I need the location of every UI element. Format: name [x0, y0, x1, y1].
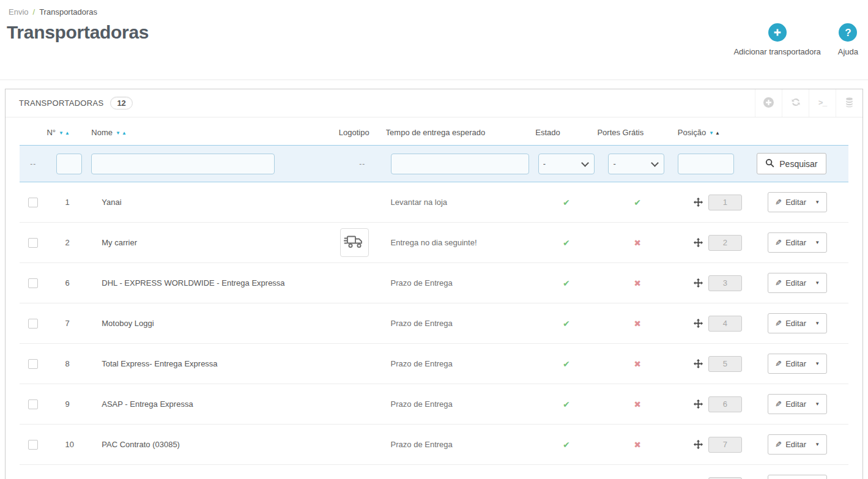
- column-header-position[interactable]: Posição▼▲: [678, 117, 757, 146]
- edit-button[interactable]: ✎ Editar ▼: [768, 273, 827, 293]
- row-checkbox[interactable]: [28, 359, 38, 369]
- position-input: [708, 437, 742, 453]
- status-mark[interactable]: ✔: [563, 278, 570, 288]
- header-actions-spacer: [757, 117, 848, 146]
- panel-title: TRANSPORTADORAS: [19, 98, 103, 108]
- table-row: 9 ASAP - Entrega Expressa Prazo de Entre…: [20, 384, 848, 425]
- edit-button[interactable]: ✎ Editar ▼: [768, 475, 827, 479]
- move-icon[interactable]: [694, 198, 703, 207]
- breadcrumb-parent[interactable]: Envio: [9, 7, 29, 17]
- free-shipping-mark[interactable]: ✖: [634, 278, 641, 288]
- panel-toolbar: >_: [755, 89, 862, 117]
- caret-down-icon: ▼: [815, 442, 820, 447]
- help-button[interactable]: ? Ajuda: [838, 23, 858, 56]
- filter-free-shipping-select[interactable]: -: [608, 154, 664, 174]
- move-icon[interactable]: [694, 359, 703, 368]
- pencil-icon: ✎: [775, 198, 782, 207]
- position-cell: [694, 356, 742, 372]
- carrier-name: ASAP - Entrega Expressa: [91, 384, 338, 425]
- sql-query-button[interactable]: >_: [809, 89, 836, 117]
- pencil-icon: ✎: [775, 238, 782, 247]
- sort-arrows-name[interactable]: ▼▲: [116, 130, 128, 136]
- carrier-name: PAC Contrato (03085): [91, 425, 338, 465]
- export-button[interactable]: [836, 89, 862, 117]
- move-icon[interactable]: [694, 278, 703, 288]
- row-checkbox[interactable]: [28, 440, 38, 450]
- free-shipping-mark[interactable]: ✔: [634, 198, 641, 207]
- sort-arrows-id[interactable]: ▼▲: [59, 130, 71, 136]
- carrier-name: Sedex Contrato (03050): [91, 465, 338, 479]
- position-input: [708, 477, 742, 479]
- filter-status-select[interactable]: -: [538, 154, 595, 174]
- column-header-logo: Logotipo: [339, 117, 386, 146]
- free-shipping-mark[interactable]: ✖: [634, 319, 641, 329]
- carrier-delay: Prazo de Entrega: [386, 344, 536, 384]
- status-mark[interactable]: ✔: [563, 440, 570, 450]
- edit-button-label: Editar: [785, 399, 806, 409]
- row-checkbox[interactable]: [28, 319, 38, 329]
- position-input: [708, 275, 742, 291]
- edit-button[interactable]: ✎ Editar ▼: [768, 394, 827, 414]
- carrier-logo: [340, 228, 369, 257]
- free-shipping-mark[interactable]: ✖: [634, 440, 641, 450]
- breadcrumb-separator: /: [29, 7, 40, 17]
- edit-button[interactable]: ✎ Editar ▼: [768, 434, 827, 455]
- edit-button[interactable]: ✎ Editar ▼: [768, 232, 827, 253]
- status-mark[interactable]: ✔: [563, 319, 570, 329]
- free-shipping-mark[interactable]: ✖: [634, 359, 641, 369]
- status-mark[interactable]: ✔: [563, 238, 570, 248]
- move-icon[interactable]: [694, 399, 703, 409]
- position-input: [708, 316, 742, 332]
- edit-button[interactable]: ✎ Editar ▼: [768, 354, 827, 374]
- caret-down-icon: ▼: [815, 280, 820, 286]
- pencil-icon: ✎: [775, 278, 782, 288]
- filter-empty-logo: --: [359, 160, 365, 168]
- column-header-id[interactable]: N°▼▲: [46, 117, 91, 146]
- move-icon[interactable]: [694, 238, 703, 247]
- carriers-table-wrap: N°▼▲ Nome▼▲ Logotipo Tempo de entrega es…: [6, 117, 862, 479]
- move-icon[interactable]: [694, 319, 703, 328]
- carrier-id: 1: [46, 182, 91, 223]
- page-header: Envio/Transportadoras Transportadoras Ad…: [0, 0, 868, 80]
- add-carrier-button[interactable]: Adicionar transportadora: [733, 23, 820, 56]
- row-checkbox[interactable]: [28, 278, 38, 288]
- truck-icon: [344, 234, 365, 252]
- sort-arrows-position[interactable]: ▼▲: [709, 130, 721, 136]
- status-mark[interactable]: ✔: [563, 399, 570, 409]
- caret-down-icon: ▼: [815, 240, 820, 245]
- carrier-delay: Prazo de Entrega: [386, 303, 536, 344]
- position-input: [708, 356, 742, 372]
- carrier-delay: Entrega no dia seguinte!: [386, 223, 536, 263]
- filter-name-input[interactable]: [91, 154, 275, 174]
- free-shipping-mark[interactable]: ✖: [634, 399, 641, 409]
- edit-button[interactable]: ✎ Editar ▼: [768, 313, 827, 333]
- sort-header-row: N°▼▲ Nome▼▲ Logotipo Tempo de entrega es…: [20, 117, 848, 146]
- move-icon[interactable]: [694, 440, 703, 449]
- table-row: 10 PAC Contrato (03085) Prazo de Entrega…: [20, 425, 848, 465]
- search-button[interactable]: Pesquisar: [757, 153, 826, 174]
- edit-button-label: Editar: [785, 278, 806, 288]
- free-shipping-mark[interactable]: ✖: [634, 238, 641, 248]
- pencil-icon: ✎: [775, 359, 782, 368]
- database-icon: [844, 97, 855, 110]
- carrier-delay: Prazo de Entrega: [386, 425, 536, 465]
- pencil-icon: ✎: [775, 319, 782, 328]
- filter-position-input[interactable]: [678, 154, 734, 174]
- filter-id-input[interactable]: [56, 154, 82, 174]
- status-mark[interactable]: ✔: [563, 198, 570, 207]
- row-checkbox[interactable]: [28, 198, 38, 207]
- position-input: [708, 195, 742, 210]
- column-header-name[interactable]: Nome▼▲: [91, 117, 338, 146]
- status-mark[interactable]: ✔: [563, 359, 570, 369]
- position-input: [708, 396, 742, 412]
- edit-button-label: Editar: [785, 319, 806, 328]
- row-checkbox[interactable]: [28, 399, 38, 409]
- table-row: 1 Yanai Levantar na loja ✔ ✔ ✎ Editar ▼: [20, 182, 848, 223]
- refresh-button[interactable]: [782, 89, 809, 117]
- edit-button[interactable]: ✎ Editar ▼: [768, 192, 827, 212]
- carrier-id: 10: [46, 425, 91, 465]
- row-checkbox[interactable]: [28, 238, 38, 248]
- carrier-delay: Prazo de Entrega: [386, 465, 536, 479]
- panel-add-button[interactable]: [755, 89, 782, 117]
- filter-delay-input[interactable]: [391, 154, 529, 174]
